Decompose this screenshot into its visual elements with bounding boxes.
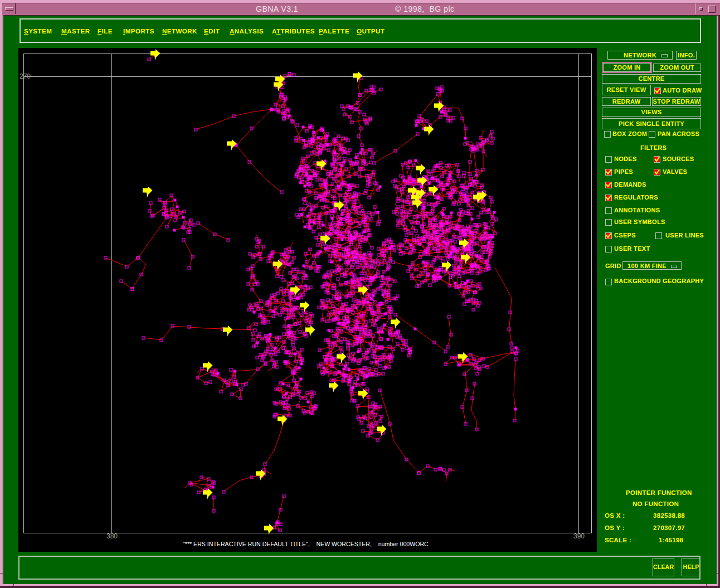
svg-text:"*** ERS INTERACTIVE RUN DEFAU: "*** ERS INTERACTIVE RUN DEFAULT TITLE",…: [183, 541, 429, 547]
svg-text:270: 270: [20, 72, 31, 80]
svg-text:380: 380: [106, 532, 118, 540]
svg-text:390: 390: [573, 532, 585, 540]
